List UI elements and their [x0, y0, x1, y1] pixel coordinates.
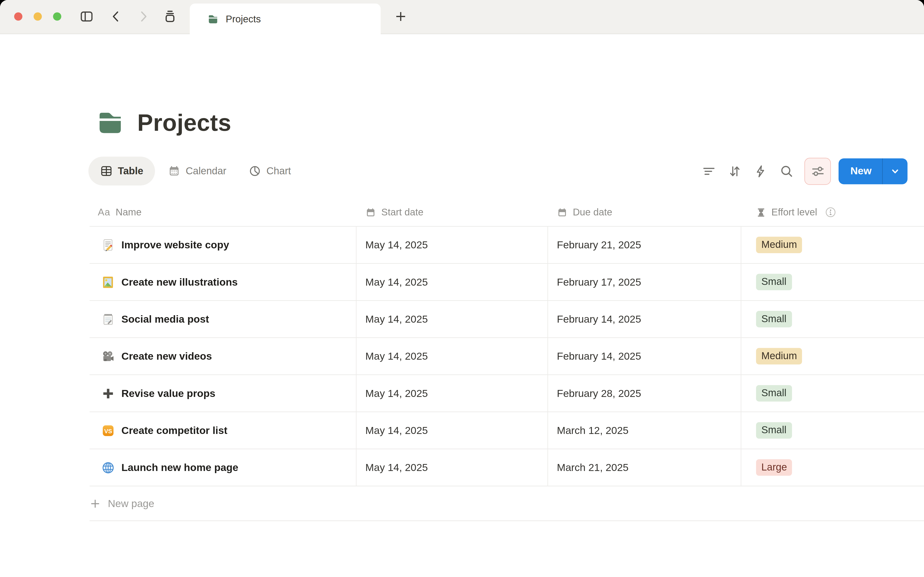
movie-camera-icon: [101, 349, 115, 363]
inbox-icon[interactable]: [162, 8, 178, 25]
effort-cell[interactable]: Medium: [741, 227, 924, 263]
view-settings-button[interactable]: [804, 158, 831, 185]
start-date-value: May 14, 2025: [365, 461, 428, 474]
column-label: Start date: [381, 207, 423, 218]
name-cell[interactable]: Launch new home page: [89, 449, 356, 486]
new-page-row[interactable]: New page: [89, 486, 924, 521]
column-header-effort-level[interactable]: Effort level: [741, 207, 924, 218]
table-row[interactable]: Improve website copy May 14, 2025 Februa…: [89, 227, 924, 264]
view-tab-label: Table: [118, 165, 144, 177]
framed-picture-icon: [101, 275, 115, 289]
back-icon[interactable]: [108, 8, 124, 25]
start-date-cell[interactable]: May 14, 2025: [357, 449, 548, 486]
table-row[interactable]: Create new videos May 14, 2025 February …: [89, 338, 924, 375]
table-row[interactable]: Create new illustrations May 14, 2025 Fe…: [89, 264, 924, 301]
effort-badge: Small: [756, 422, 792, 439]
start-date-value: May 14, 2025: [365, 387, 428, 399]
zoom-window-button[interactable]: [53, 12, 61, 21]
search-icon[interactable]: [776, 160, 797, 182]
view-tab-label: Calendar: [186, 165, 226, 177]
page-name: Improve website copy: [121, 239, 229, 251]
tab-projects[interactable]: Projects: [190, 3, 381, 34]
view-tab-calendar[interactable]: Calendar: [158, 156, 236, 185]
hourglass-icon: [756, 207, 766, 218]
name-cell[interactable]: Create new illustrations: [89, 264, 356, 300]
close-window-button[interactable]: [14, 12, 23, 21]
effort-cell[interactable]: Medium: [741, 338, 924, 375]
effort-cell[interactable]: Small: [741, 375, 924, 412]
due-date-value: February 21, 2025: [557, 239, 641, 251]
vs-icon: VS: [101, 424, 115, 437]
due-date-cell[interactable]: February 14, 2025: [548, 338, 741, 375]
effort-badge: Medium: [756, 237, 802, 253]
new-tab-icon[interactable]: [393, 8, 409, 25]
effort-badge: Small: [756, 311, 792, 327]
column-header-due-date[interactable]: Due date: [548, 207, 741, 218]
projects-table: Aa Name Start date Due date: [0, 198, 924, 521]
calendar-icon: [557, 207, 567, 218]
name-cell[interactable]: Improve website copy: [89, 227, 356, 263]
view-tab-chart[interactable]: Chart: [239, 156, 300, 185]
name-cell[interactable]: Revise value props: [89, 375, 356, 412]
info-icon[interactable]: [825, 207, 836, 218]
start-date-value: May 14, 2025: [365, 350, 428, 362]
column-label: Name: [115, 207, 142, 218]
start-date-value: May 14, 2025: [365, 313, 428, 325]
effort-badge: Medium: [756, 348, 802, 364]
lightning-icon[interactable]: [750, 160, 771, 182]
due-date-value: March 12, 2025: [557, 424, 628, 436]
new-button[interactable]: New: [838, 165, 882, 177]
table-icon: [100, 165, 112, 177]
column-header-start-date[interactable]: Start date: [357, 207, 548, 218]
table-row[interactable]: Revise value props May 14, 2025 February…: [89, 375, 924, 412]
due-date-cell[interactable]: March 21, 2025: [548, 449, 741, 486]
start-date-cell[interactable]: May 14, 2025: [357, 412, 548, 449]
effort-cell[interactable]: Small: [741, 301, 924, 337]
view-tab-label: Chart: [267, 165, 291, 177]
start-date-value: May 14, 2025: [365, 239, 428, 251]
effort-cell[interactable]: Large: [741, 449, 924, 486]
filter-icon[interactable]: [698, 160, 719, 182]
spiral-notepad-icon: [101, 312, 115, 326]
due-date-cell[interactable]: February 17, 2025: [548, 264, 741, 300]
due-date-cell[interactable]: February 14, 2025: [548, 301, 741, 337]
effort-cell[interactable]: Small: [741, 412, 924, 449]
view-tab-table[interactable]: Table: [88, 156, 155, 185]
name-cell[interactable]: Social media post: [89, 301, 356, 337]
page-title[interactable]: Projects: [137, 109, 231, 135]
due-date-cell[interactable]: March 12, 2025: [548, 412, 741, 449]
page-name: Social media post: [121, 313, 209, 325]
start-date-cell[interactable]: May 14, 2025: [357, 227, 548, 263]
due-date-value: February 14, 2025: [557, 350, 641, 362]
plus-icon: [89, 498, 101, 509]
sidebar-toggle-icon[interactable]: [78, 8, 95, 25]
forward-icon[interactable]: [135, 8, 152, 25]
page-header: Projects: [96, 108, 231, 137]
calendar-icon: [365, 207, 376, 218]
start-date-cell[interactable]: May 14, 2025: [357, 338, 548, 375]
name-cell[interactable]: Create new videos: [89, 338, 356, 375]
due-date-cell[interactable]: February 21, 2025: [548, 227, 741, 263]
table-row[interactable]: VS Create competitor list May 14, 2025 M…: [89, 412, 924, 449]
effort-cell[interactable]: Small: [741, 264, 924, 300]
table-header-row: Aa Name Start date Due date: [89, 198, 924, 227]
table-row[interactable]: Launch new home page May 14, 2025 March …: [89, 449, 924, 486]
due-date-value: February 17, 2025: [557, 276, 641, 288]
start-date-cell[interactable]: May 14, 2025: [357, 375, 548, 412]
table-row[interactable]: Social media post May 14, 2025 February …: [89, 301, 924, 338]
column-header-name[interactable]: Aa Name: [89, 207, 356, 218]
svg-text:VS: VS: [104, 427, 112, 434]
due-date-cell[interactable]: February 28, 2025: [548, 375, 741, 412]
start-date-value: May 14, 2025: [365, 276, 428, 288]
page-folder-icon[interactable]: [96, 108, 124, 137]
window-tab-bar: Projects: [0, 0, 924, 34]
sliders-icon: [810, 163, 825, 179]
view-toolbar: Table Calendar Chart: [88, 156, 908, 185]
sort-icon[interactable]: [724, 160, 745, 182]
start-date-cell[interactable]: May 14, 2025: [357, 264, 548, 300]
new-dropdown-button[interactable]: [883, 158, 908, 184]
minimize-window-button[interactable]: [34, 12, 42, 21]
notion-window: Projects Projects Table: [0, 0, 924, 577]
start-date-cell[interactable]: May 14, 2025: [357, 301, 548, 337]
name-cell[interactable]: VS Create competitor list: [89, 412, 356, 449]
